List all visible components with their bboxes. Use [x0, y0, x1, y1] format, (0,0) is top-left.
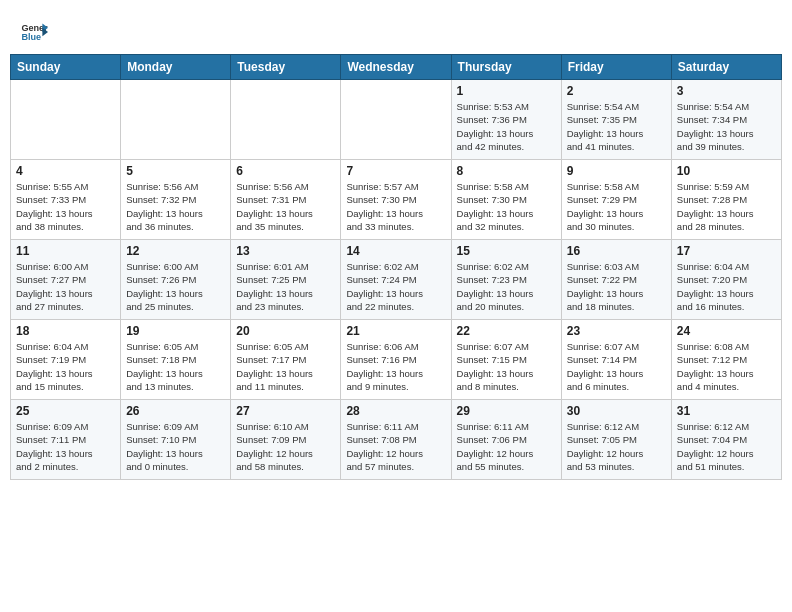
day-info: Sunrise: 6:01 AM Sunset: 7:25 PM Dayligh… — [236, 260, 335, 313]
day-cell: 13Sunrise: 6:01 AM Sunset: 7:25 PM Dayli… — [231, 240, 341, 320]
day-number: 24 — [677, 324, 776, 338]
day-cell: 19Sunrise: 6:05 AM Sunset: 7:18 PM Dayli… — [121, 320, 231, 400]
day-cell: 3Sunrise: 5:54 AM Sunset: 7:34 PM Daylig… — [671, 80, 781, 160]
day-cell — [231, 80, 341, 160]
day-info: Sunrise: 6:09 AM Sunset: 7:10 PM Dayligh… — [126, 420, 225, 473]
day-cell: 26Sunrise: 6:09 AM Sunset: 7:10 PM Dayli… — [121, 400, 231, 480]
day-cell: 21Sunrise: 6:06 AM Sunset: 7:16 PM Dayli… — [341, 320, 451, 400]
day-cell — [341, 80, 451, 160]
col-header-sunday: Sunday — [11, 55, 121, 80]
day-number: 6 — [236, 164, 335, 178]
day-cell: 10Sunrise: 5:59 AM Sunset: 7:28 PM Dayli… — [671, 160, 781, 240]
day-number: 20 — [236, 324, 335, 338]
col-header-saturday: Saturday — [671, 55, 781, 80]
calendar-header: SundayMondayTuesdayWednesdayThursdayFrid… — [11, 55, 782, 80]
day-cell: 16Sunrise: 6:03 AM Sunset: 7:22 PM Dayli… — [561, 240, 671, 320]
day-info: Sunrise: 6:02 AM Sunset: 7:23 PM Dayligh… — [457, 260, 556, 313]
day-info: Sunrise: 6:03 AM Sunset: 7:22 PM Dayligh… — [567, 260, 666, 313]
day-cell: 7Sunrise: 5:57 AM Sunset: 7:30 PM Daylig… — [341, 160, 451, 240]
day-info: Sunrise: 6:07 AM Sunset: 7:14 PM Dayligh… — [567, 340, 666, 393]
day-number: 16 — [567, 244, 666, 258]
day-info: Sunrise: 6:04 AM Sunset: 7:19 PM Dayligh… — [16, 340, 115, 393]
day-number: 31 — [677, 404, 776, 418]
week-row-4: 18Sunrise: 6:04 AM Sunset: 7:19 PM Dayli… — [11, 320, 782, 400]
day-cell: 5Sunrise: 5:56 AM Sunset: 7:32 PM Daylig… — [121, 160, 231, 240]
day-info: Sunrise: 5:59 AM Sunset: 7:28 PM Dayligh… — [677, 180, 776, 233]
week-row-3: 11Sunrise: 6:00 AM Sunset: 7:27 PM Dayli… — [11, 240, 782, 320]
col-header-tuesday: Tuesday — [231, 55, 341, 80]
day-info: Sunrise: 6:06 AM Sunset: 7:16 PM Dayligh… — [346, 340, 445, 393]
day-cell: 6Sunrise: 5:56 AM Sunset: 7:31 PM Daylig… — [231, 160, 341, 240]
day-cell: 22Sunrise: 6:07 AM Sunset: 7:15 PM Dayli… — [451, 320, 561, 400]
day-number: 23 — [567, 324, 666, 338]
day-info: Sunrise: 5:54 AM Sunset: 7:35 PM Dayligh… — [567, 100, 666, 153]
day-cell: 27Sunrise: 6:10 AM Sunset: 7:09 PM Dayli… — [231, 400, 341, 480]
col-header-friday: Friday — [561, 55, 671, 80]
day-info: Sunrise: 5:56 AM Sunset: 7:32 PM Dayligh… — [126, 180, 225, 233]
day-info: Sunrise: 6:04 AM Sunset: 7:20 PM Dayligh… — [677, 260, 776, 313]
day-info: Sunrise: 6:05 AM Sunset: 7:17 PM Dayligh… — [236, 340, 335, 393]
day-number: 4 — [16, 164, 115, 178]
day-cell: 14Sunrise: 6:02 AM Sunset: 7:24 PM Dayli… — [341, 240, 451, 320]
day-cell: 9Sunrise: 5:58 AM Sunset: 7:29 PM Daylig… — [561, 160, 671, 240]
logo: General Blue — [20, 18, 52, 46]
day-cell: 29Sunrise: 6:11 AM Sunset: 7:06 PM Dayli… — [451, 400, 561, 480]
day-number: 7 — [346, 164, 445, 178]
day-info: Sunrise: 6:08 AM Sunset: 7:12 PM Dayligh… — [677, 340, 776, 393]
day-number: 18 — [16, 324, 115, 338]
day-cell: 2Sunrise: 5:54 AM Sunset: 7:35 PM Daylig… — [561, 80, 671, 160]
day-info: Sunrise: 6:10 AM Sunset: 7:09 PM Dayligh… — [236, 420, 335, 473]
day-info: Sunrise: 5:53 AM Sunset: 7:36 PM Dayligh… — [457, 100, 556, 153]
day-number: 8 — [457, 164, 556, 178]
day-cell: 25Sunrise: 6:09 AM Sunset: 7:11 PM Dayli… — [11, 400, 121, 480]
day-cell: 1Sunrise: 5:53 AM Sunset: 7:36 PM Daylig… — [451, 80, 561, 160]
day-number: 21 — [346, 324, 445, 338]
day-cell: 11Sunrise: 6:00 AM Sunset: 7:27 PM Dayli… — [11, 240, 121, 320]
day-number: 11 — [16, 244, 115, 258]
day-info: Sunrise: 5:58 AM Sunset: 7:30 PM Dayligh… — [457, 180, 556, 233]
week-row-2: 4Sunrise: 5:55 AM Sunset: 7:33 PM Daylig… — [11, 160, 782, 240]
day-number: 3 — [677, 84, 776, 98]
day-cell: 31Sunrise: 6:12 AM Sunset: 7:04 PM Dayli… — [671, 400, 781, 480]
calendar-wrapper: SundayMondayTuesdayWednesdayThursdayFrid… — [0, 54, 792, 490]
day-info: Sunrise: 5:54 AM Sunset: 7:34 PM Dayligh… — [677, 100, 776, 153]
logo-icon: General Blue — [20, 18, 48, 46]
day-cell: 12Sunrise: 6:00 AM Sunset: 7:26 PM Dayli… — [121, 240, 231, 320]
calendar-table: SundayMondayTuesdayWednesdayThursdayFrid… — [10, 54, 782, 480]
day-cell: 24Sunrise: 6:08 AM Sunset: 7:12 PM Dayli… — [671, 320, 781, 400]
day-info: Sunrise: 5:55 AM Sunset: 7:33 PM Dayligh… — [16, 180, 115, 233]
day-cell: 4Sunrise: 5:55 AM Sunset: 7:33 PM Daylig… — [11, 160, 121, 240]
day-info: Sunrise: 6:00 AM Sunset: 7:27 PM Dayligh… — [16, 260, 115, 313]
day-info: Sunrise: 6:02 AM Sunset: 7:24 PM Dayligh… — [346, 260, 445, 313]
day-cell: 15Sunrise: 6:02 AM Sunset: 7:23 PM Dayli… — [451, 240, 561, 320]
day-cell: 17Sunrise: 6:04 AM Sunset: 7:20 PM Dayli… — [671, 240, 781, 320]
day-info: Sunrise: 5:58 AM Sunset: 7:29 PM Dayligh… — [567, 180, 666, 233]
day-cell: 30Sunrise: 6:12 AM Sunset: 7:05 PM Dayli… — [561, 400, 671, 480]
day-info: Sunrise: 6:09 AM Sunset: 7:11 PM Dayligh… — [16, 420, 115, 473]
day-cell — [11, 80, 121, 160]
day-number: 28 — [346, 404, 445, 418]
day-number: 14 — [346, 244, 445, 258]
day-number: 27 — [236, 404, 335, 418]
day-number: 2 — [567, 84, 666, 98]
day-info: Sunrise: 6:07 AM Sunset: 7:15 PM Dayligh… — [457, 340, 556, 393]
day-number: 9 — [567, 164, 666, 178]
col-header-wednesday: Wednesday — [341, 55, 451, 80]
day-number: 10 — [677, 164, 776, 178]
svg-text:Blue: Blue — [21, 32, 41, 42]
day-cell: 8Sunrise: 5:58 AM Sunset: 7:30 PM Daylig… — [451, 160, 561, 240]
page-header: General Blue — [0, 0, 792, 54]
day-number: 19 — [126, 324, 225, 338]
day-info: Sunrise: 5:57 AM Sunset: 7:30 PM Dayligh… — [346, 180, 445, 233]
col-header-thursday: Thursday — [451, 55, 561, 80]
col-header-monday: Monday — [121, 55, 231, 80]
day-cell: 20Sunrise: 6:05 AM Sunset: 7:17 PM Dayli… — [231, 320, 341, 400]
day-number: 12 — [126, 244, 225, 258]
day-info: Sunrise: 6:12 AM Sunset: 7:05 PM Dayligh… — [567, 420, 666, 473]
day-cell: 18Sunrise: 6:04 AM Sunset: 7:19 PM Dayli… — [11, 320, 121, 400]
day-number: 29 — [457, 404, 556, 418]
day-info: Sunrise: 6:11 AM Sunset: 7:06 PM Dayligh… — [457, 420, 556, 473]
day-number: 30 — [567, 404, 666, 418]
day-number: 22 — [457, 324, 556, 338]
day-number: 13 — [236, 244, 335, 258]
